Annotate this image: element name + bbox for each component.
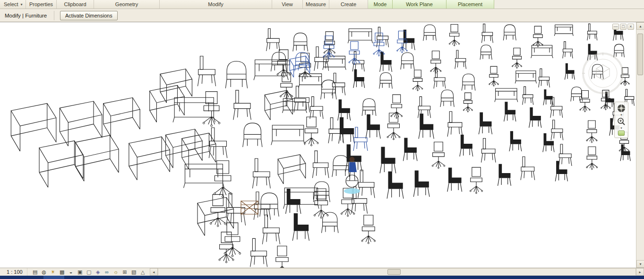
ribbon-panel-label: Create — [341, 1, 356, 7]
zoom-menu-arrow[interactable]: ▾ — [620, 127, 622, 130]
zoom-icon[interactable] — [617, 117, 626, 126]
view-window-controls: — □ × — [612, 24, 634, 30]
scroll-down-button[interactable]: ▾ — [636, 260, 644, 268]
scroll-right-button[interactable]: ▸ — [636, 268, 644, 276]
ribbon-panel-view[interactable]: View — [272, 0, 303, 9]
crop-view-icon[interactable]: ▣ — [76, 269, 84, 276]
rewind-icon[interactable] — [618, 131, 625, 136]
activate-dimensions-button[interactable]: Activate Dimensions — [60, 11, 118, 20]
visual-style-icon[interactable]: ◍ — [40, 269, 48, 276]
ribbon-panel-label: Measure — [306, 1, 326, 7]
view-close-button[interactable]: × — [627, 24, 634, 30]
ribbon-panel-mode[interactable]: Mode — [368, 0, 393, 9]
temporary-view-properties-icon[interactable]: ▧ — [130, 269, 138, 276]
taskbar-edge — [0, 276, 644, 279]
sun-path-icon[interactable]: ☀ — [49, 269, 57, 276]
lock-3d-view-icon[interactable]: ◈ — [94, 269, 102, 276]
worksharing-display-icon[interactable]: ⊞ — [121, 269, 129, 276]
ribbon-panel-label: Clipboard — [64, 1, 86, 7]
vertical-scroll-thumb[interactable] — [637, 34, 643, 75]
rendering-dialog-icon[interactable]: ◒ — [67, 269, 75, 276]
ribbon-panel-placement[interactable]: Placement — [447, 0, 494, 9]
options-bar: Modify | Furniture Activate Dimensions — [0, 9, 644, 22]
show-crop-region-icon[interactable]: ▢ — [85, 269, 93, 276]
ribbon-panel-label: Modify — [208, 1, 223, 7]
ribbon-panel-label: Properties — [29, 1, 53, 7]
wheel-menu-arrow[interactable]: ▾ — [620, 113, 622, 116]
taskbar-segment — [43, 276, 64, 279]
view-control-bar-row: 1 : 100 ▤ ◍ ☀ ▩ ◒ ▣ ▢ ◈ ∞ ☼ ⊞ ▧ △ ◂ ▸ — [0, 268, 644, 276]
ribbon-panel-label: View — [282, 1, 293, 7]
horizontal-scroll-track[interactable] — [158, 268, 636, 276]
ribbon-panel-label: Work Plane — [406, 1, 433, 7]
ribbon-panel-properties[interactable]: Properties — [26, 0, 57, 9]
ribbon-bar-filler — [494, 0, 644, 9]
ribbon-panel-work-plane[interactable]: Work Plane — [393, 0, 447, 9]
full-navigation-wheel-icon[interactable] — [617, 104, 626, 113]
ribbon-panel-geometry[interactable]: Geometry — [94, 0, 160, 9]
chevron-down-icon: ▾ — [21, 2, 23, 7]
model-geometry[interactable] — [0, 22, 636, 268]
view-control-bar: ▤ ◍ ☀ ▩ ◒ ▣ ▢ ◈ ∞ ☼ ⊞ ▧ △ — [27, 268, 150, 276]
temporary-hide-isolate-icon[interactable]: ∞ — [103, 269, 111, 276]
detail-level-icon[interactable]: ▤ — [31, 269, 39, 276]
scroll-up-button[interactable]: ▴ — [636, 22, 644, 30]
main-area: — □ × ▾ — [0, 22, 644, 268]
analytical-model-icon[interactable]: △ — [139, 269, 147, 276]
ribbon-panel-bar: Select ▾ Properties Clipboard Geometry M… — [0, 0, 644, 9]
viewcube[interactable] — [581, 52, 625, 95]
context-mode-label: Modify | Furniture — [0, 13, 53, 18]
ribbon-panel-clipboard[interactable]: Clipboard — [57, 0, 94, 9]
view-minimize-button[interactable]: — — [612, 24, 619, 30]
ribbon-panel-modify[interactable]: Modify — [160, 0, 272, 9]
ribbon-panel-label: Placement — [458, 1, 482, 7]
view-restore-button[interactable]: □ — [620, 24, 627, 30]
vertical-scroll-track[interactable] — [636, 30, 644, 260]
horizontal-scroll-thumb[interactable] — [387, 269, 401, 275]
drawing-area[interactable]: — □ × ▾ — [0, 22, 636, 268]
ribbon-panel-label: Mode — [374, 1, 387, 7]
vertical-scrollbar[interactable]: ▴ ▾ — [636, 22, 644, 268]
reveal-hidden-elements-icon[interactable]: ☼ — [112, 269, 120, 276]
shadows-icon[interactable]: ▩ — [58, 269, 66, 276]
revit-window: Select ▾ Properties Clipboard Geometry M… — [0, 0, 644, 279]
ribbon-panel-measure[interactable]: Measure — [303, 0, 329, 9]
ribbon-panel-label: Select — [4, 1, 18, 7]
navigation-bar: ▾ ▾ — [614, 102, 628, 138]
view-scale-button[interactable]: 1 : 100 — [0, 268, 27, 276]
ribbon-panel-label: Geometry — [115, 1, 138, 7]
scroll-left-button[interactable]: ◂ — [150, 268, 158, 276]
ribbon-panel-select[interactable]: Select ▾ — [0, 0, 26, 9]
ribbon-panel-create[interactable]: Create — [329, 0, 368, 9]
divider — [54, 11, 54, 20]
